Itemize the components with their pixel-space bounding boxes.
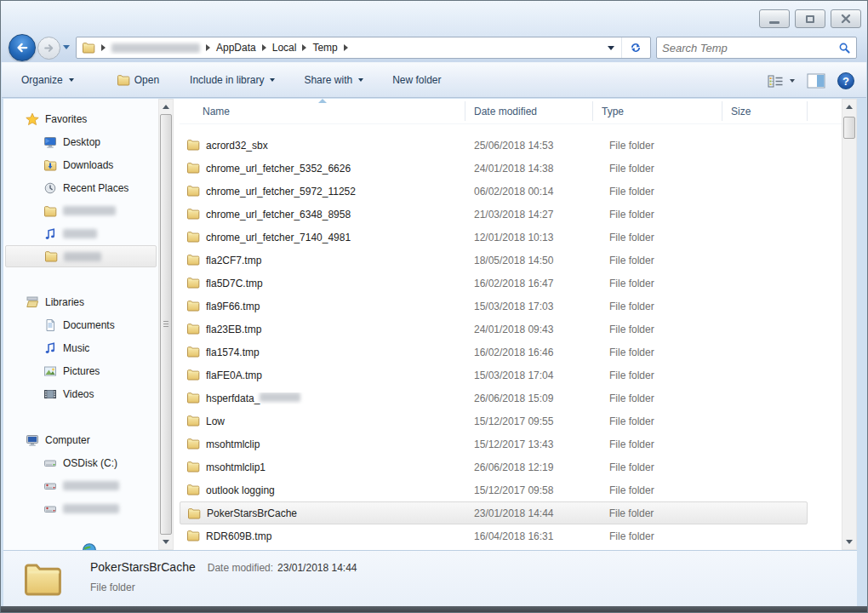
recent-pages-dropdown[interactable]: [63, 45, 70, 49]
share-with-button[interactable]: Share with: [296, 69, 371, 91]
breadcrumb-user-redacted[interactable]: [111, 43, 200, 53]
minimize-button[interactable]: [759, 9, 790, 28]
sidebar-item-icon: [43, 479, 57, 493]
file-row[interactable]: fla23EB.tmp 24/01/2018 09:43 File folder: [180, 318, 808, 341]
sidebar-section-icon: [26, 433, 39, 447]
file-row[interactable]: flaFE0A.tmp 15/03/2018 17:04 File folder: [180, 364, 808, 387]
sidebar-section-icon: [26, 112, 39, 126]
scroll-down-icon[interactable]: [159, 535, 173, 549]
list-scrollbar[interactable]: [842, 99, 857, 550]
sidebar-item[interactable]: Videos: [5, 382, 157, 405]
file-row[interactable]: chrome_url_fetcher_5352_6626 24/01/2018 …: [180, 157, 808, 180]
breadcrumb-segment[interactable]: Local: [272, 42, 297, 54]
sidebar-item[interactable]: OSDisk (C:): [5, 451, 157, 474]
column-header-type[interactable]: Type: [593, 99, 722, 123]
sidebar-scrollbar-thumb[interactable]: [160, 114, 172, 535]
close-button[interactable]: [831, 9, 861, 28]
views-button[interactable]: [768, 75, 795, 88]
sidebar-section-header[interactable]: Libraries: [5, 290, 157, 313]
chevron-down-icon: [270, 78, 275, 82]
address-bar[interactable]: AppData Local Temp: [76, 37, 651, 59]
sidebar-section-header[interactable]: Computer: [5, 428, 157, 451]
address-dropdown-icon[interactable]: [608, 46, 614, 50]
file-date-modified: 23/01/2018 14:44: [465, 507, 593, 519]
sidebar-item-icon: [43, 227, 57, 241]
preview-pane-button[interactable]: [807, 73, 825, 89]
file-row[interactable]: chrome_url_fetcher_6348_8958 21/03/2018 …: [180, 203, 808, 226]
search-input[interactable]: [662, 42, 838, 54]
forward-arrow-icon: [43, 42, 55, 54]
file-row[interactable]: outlook logging 15/12/2017 09:58 File fo…: [180, 478, 808, 501]
folder-icon: [186, 184, 200, 198]
file-row[interactable]: RDR609B.tmp 16/04/2018 16:31 File folder: [180, 524, 808, 547]
sidebar-item[interactable]: [5, 497, 157, 520]
sidebar-item[interactable]: [5, 245, 157, 267]
column-header-name[interactable]: Name: [180, 99, 465, 123]
sidebar-item[interactable]: [5, 199, 157, 222]
file-row[interactable]: PokerStarsBrCache 23/01/2018 14:44 File …: [180, 501, 808, 524]
sidebar-item-label: Desktop: [63, 136, 100, 148]
selected-item-type: File folder: [90, 581, 135, 593]
sidebar-item-icon: [43, 318, 57, 332]
file-row[interactable]: fla9F66.tmp 15/03/2018 17:03 File folder: [180, 295, 808, 318]
file-list: Name Date modified Type Size acrord32_sb…: [180, 99, 842, 550]
back-arrow-icon: [14, 40, 30, 55]
file-name: flaFE0A.tmp: [180, 370, 465, 381]
file-row[interactable]: msohtmlclip1 26/06/2018 12:19 File folde…: [180, 455, 808, 478]
scroll-up-icon[interactable]: [842, 100, 856, 114]
file-type: File folder: [593, 347, 722, 358]
maximize-button[interactable]: [795, 9, 825, 28]
file-row[interactable]: fla5D7C.tmp 16/02/2018 16:47 File folder: [180, 272, 808, 295]
file-type: File folder: [593, 209, 722, 221]
breadcrumb-segment[interactable]: Temp: [312, 42, 337, 54]
file-row[interactable]: chrome_url_fetcher_7140_4981 12/01/2018 …: [180, 226, 808, 249]
refresh-button[interactable]: [621, 37, 648, 58]
file-rows: acrord32_sbx 25/06/2018 14:53 File folde…: [180, 124, 842, 547]
search-icon[interactable]: [838, 42, 851, 54]
list-scrollbar-thumb[interactable]: [843, 117, 855, 139]
folder-icon: [82, 41, 95, 54]
scroll-up-icon[interactable]: [159, 100, 173, 114]
sidebar-item-label: [63, 504, 119, 513]
search-box[interactable]: [656, 37, 857, 59]
sidebar-item[interactable]: Desktop: [5, 130, 157, 153]
file-row[interactable]: Low 15/12/2017 09:55 File folder: [180, 410, 808, 433]
navigation-pane: Favorites Desktop Downloads Recent Place…: [3, 99, 158, 550]
forward-button[interactable]: [37, 37, 60, 60]
folder-icon: [187, 507, 201, 520]
column-header-date-modified[interactable]: Date modified: [465, 99, 593, 123]
file-row[interactable]: hsperfdata_ 26/06/2018 15:09 File folder: [180, 387, 808, 410]
open-button[interactable]: Open: [109, 68, 167, 92]
sidebar-item[interactable]: Recent Places: [5, 176, 157, 199]
sidebar-item[interactable]: [5, 474, 157, 497]
back-button[interactable]: [9, 34, 36, 61]
column-header-size[interactable]: Size: [722, 99, 808, 123]
sidebar-item[interactable]: Music: [5, 336, 157, 359]
sidebar-item[interactable]: Pictures: [5, 359, 157, 382]
sidebar-item[interactable]: Documents: [5, 313, 157, 336]
file-row[interactable]: msohtmlclip 15/12/2017 13:43 File folder: [180, 433, 808, 455]
breadcrumb-segment[interactable]: AppData: [216, 42, 256, 54]
file-name: fla9F66.tmp: [180, 301, 465, 312]
help-button[interactable]: ?: [837, 72, 854, 89]
open-folder-icon: [117, 73, 130, 87]
scroll-down-icon[interactable]: [842, 535, 856, 549]
file-name: outlook logging: [180, 484, 465, 496]
sidebar-item[interactable]: [5, 222, 157, 245]
sidebar-section-icon: [26, 295, 39, 309]
file-row[interactable]: fla1574.tmp 16/02/2018 16:46 File folder: [180, 341, 808, 364]
new-folder-button[interactable]: New folder: [385, 69, 448, 91]
organize-button[interactable]: Organize: [14, 69, 82, 91]
network-icon[interactable]: [82, 542, 97, 550]
file-name: PokerStarsBrCache: [180, 507, 465, 519]
file-row[interactable]: fla2CF7.tmp 18/05/2018 14:50 File folder: [180, 249, 808, 272]
folder-icon: [186, 299, 200, 312]
sidebar-item[interactable]: Downloads: [5, 153, 157, 176]
sidebar-section-header[interactable]: Favorites: [5, 107, 157, 130]
file-type: File folder: [593, 484, 722, 496]
file-row[interactable]: acrord32_sbx 25/06/2018 14:53 File folde…: [180, 134, 808, 157]
sidebar-scrollbar[interactable]: [158, 99, 174, 550]
close-icon: [841, 14, 851, 24]
include-in-library-button[interactable]: Include in library: [182, 69, 283, 91]
file-row[interactable]: chrome_url_fetcher_5972_11252 06/02/2018…: [180, 180, 808, 203]
